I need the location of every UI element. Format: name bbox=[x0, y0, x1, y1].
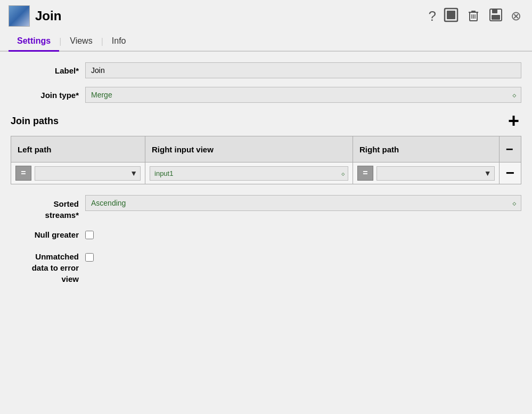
join-type-label: Join type* bbox=[11, 91, 85, 100]
col-left-path: Left path bbox=[11, 136, 145, 163]
null-greater-checkbox[interactable] bbox=[85, 231, 94, 239]
remove-row-cell: − bbox=[499, 163, 521, 184]
tab-info[interactable]: Info bbox=[103, 32, 135, 52]
join-paths-table: Left path Right input view Right path − … bbox=[11, 136, 521, 184]
sorted-streams-label: Sortedstreams* bbox=[11, 195, 85, 221]
window-title: Join bbox=[35, 9, 61, 23]
tab-settings[interactable]: Settings bbox=[9, 32, 59, 52]
join-type-row: Join type* Merge Inner Left outer Right … bbox=[11, 87, 521, 103]
close-button[interactable]: ⊗ bbox=[509, 9, 523, 23]
title-actions: ? bbox=[427, 6, 523, 26]
null-greater-row: Null greater bbox=[11, 229, 521, 240]
save-button[interactable] bbox=[486, 6, 505, 26]
svg-rect-4 bbox=[471, 11, 476, 12]
main-window: Join ? bbox=[0, 0, 532, 414]
unmatched-data-row: Unmatcheddata to errorview bbox=[11, 251, 521, 285]
sorted-streams-row: Sortedstreams* Ascending Descending None… bbox=[11, 195, 521, 221]
label-field-label: Label* bbox=[11, 66, 85, 75]
tabs-bar: Settings | Views | Info bbox=[0, 32, 532, 52]
right-input-view-select-wrapper: input1 ⬦ bbox=[150, 166, 348, 181]
right-input-view-cell: input1 ⬦ bbox=[145, 163, 353, 184]
label-row: Label* bbox=[11, 62, 521, 78]
tab-views[interactable]: Views bbox=[61, 32, 101, 52]
right-input-view-select[interactable]: input1 bbox=[150, 166, 348, 181]
title-left: Join bbox=[9, 5, 61, 27]
join-type-select[interactable]: Merge Inner Left outer Right outer Full … bbox=[85, 87, 521, 103]
col-right-path: Right path bbox=[353, 136, 500, 163]
left-eq-button[interactable]: = bbox=[15, 166, 31, 181]
trash-icon bbox=[466, 7, 481, 22]
col-remove: − bbox=[499, 136, 521, 163]
join-paths-header: Join paths + bbox=[11, 111, 521, 131]
help-button[interactable]: ? bbox=[427, 8, 438, 24]
title-bar: Join ? bbox=[0, 0, 532, 32]
right-path-inner: = ▼ bbox=[357, 166, 495, 181]
left-path-select[interactable] bbox=[35, 166, 141, 181]
delete-button[interactable] bbox=[464, 6, 483, 26]
left-path-cell: = ▼ bbox=[11, 163, 145, 184]
right-eq-button[interactable]: = bbox=[357, 166, 373, 181]
null-greater-label: Null greater bbox=[11, 229, 85, 240]
settings-content: Label* Join type* Merge Inner Left outer… bbox=[0, 62, 532, 285]
sorted-streams-select-wrapper: Ascending Descending None ⬦ bbox=[85, 195, 521, 211]
select-button[interactable] bbox=[441, 6, 461, 26]
remove-path-button[interactable]: − bbox=[504, 166, 517, 181]
save-icon bbox=[488, 7, 503, 22]
select-icon bbox=[444, 7, 459, 22]
svg-rect-1 bbox=[447, 11, 455, 19]
add-path-button[interactable]: + bbox=[506, 111, 521, 131]
left-path-select-wrapper: ▼ bbox=[35, 166, 141, 181]
app-icon bbox=[9, 5, 30, 27]
col-right-input-view: Right input view bbox=[145, 136, 353, 163]
table-row: = ▼ input1 bbox=[11, 163, 521, 184]
right-path-select[interactable] bbox=[377, 166, 495, 181]
unmatched-checkbox[interactable] bbox=[85, 253, 94, 262]
svg-rect-10 bbox=[492, 15, 500, 20]
svg-rect-9 bbox=[492, 9, 497, 13]
unmatched-label: Unmatcheddata to errorview bbox=[11, 251, 85, 285]
left-path-inner: = ▼ bbox=[15, 166, 141, 181]
right-path-cell: = ▼ bbox=[353, 163, 500, 184]
sorted-streams-select[interactable]: Ascending Descending None bbox=[85, 195, 521, 211]
join-type-select-wrapper: Merge Inner Left outer Right outer Full … bbox=[85, 87, 521, 103]
table-header-row: Left path Right input view Right path − bbox=[11, 136, 521, 163]
join-paths-title: Join paths bbox=[11, 116, 59, 127]
label-input[interactable] bbox=[85, 62, 521, 78]
right-path-select-wrapper: ▼ bbox=[377, 166, 495, 181]
